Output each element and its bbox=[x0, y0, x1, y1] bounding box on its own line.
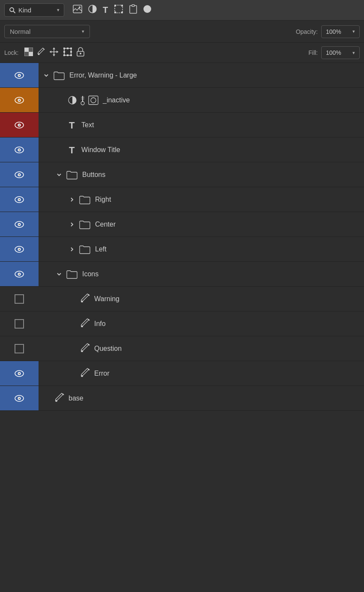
svg-rect-31 bbox=[67, 48, 69, 49]
expand-arrow[interactable] bbox=[69, 222, 75, 227]
eye-cell-error[interactable] bbox=[0, 361, 39, 386]
checkerboard-lock-icon[interactable] bbox=[24, 48, 33, 58]
layer-row-buttons[interactable]: Buttons bbox=[0, 162, 364, 187]
layer-row-inactive[interactable]: _inactive bbox=[0, 88, 364, 113]
fill-dropdown[interactable]: 100% ▾ bbox=[321, 46, 360, 59]
text-icon: T bbox=[68, 145, 77, 155]
svg-point-39 bbox=[19, 75, 20, 76]
layer-name-left: Left bbox=[95, 245, 107, 253]
text-type-icon[interactable]: T bbox=[103, 5, 108, 15]
eye-cell-inactive[interactable] bbox=[0, 88, 39, 112]
layer-type-icon-inactive bbox=[68, 95, 98, 105]
svg-line-1 bbox=[13, 11, 15, 13]
transform-lock-icon[interactable] bbox=[63, 47, 72, 59]
selection-icon[interactable] bbox=[114, 4, 123, 16]
svg-rect-15 bbox=[29, 48, 33, 52]
layer-row-error[interactable]: Error bbox=[0, 361, 364, 386]
layer-row-text[interactable]: T Text bbox=[0, 113, 364, 138]
svg-marker-24 bbox=[50, 51, 51, 53]
layer-row-error-warning-large[interactable]: Error, Warning - Large bbox=[0, 63, 364, 88]
svg-rect-47 bbox=[81, 99, 84, 99]
svg-point-56 bbox=[19, 149, 20, 150]
eye-icon bbox=[14, 96, 24, 104]
eye-cell-center[interactable] bbox=[0, 212, 39, 236]
svg-point-49 bbox=[91, 98, 96, 103]
opacity-label: Opacity: bbox=[296, 28, 318, 35]
svg-marker-25 bbox=[57, 51, 58, 53]
blend-arrow: ▾ bbox=[82, 29, 84, 34]
svg-rect-29 bbox=[63, 54, 65, 56]
layer-row-center[interactable]: Center bbox=[0, 212, 364, 237]
circle-fill-icon[interactable] bbox=[143, 5, 152, 15]
expand-arrow[interactable] bbox=[69, 197, 75, 202]
layer-row-left[interactable]: Left bbox=[0, 237, 364, 262]
image-icon[interactable] bbox=[73, 5, 82, 15]
brush-icon bbox=[55, 392, 64, 404]
svg-point-12 bbox=[143, 5, 151, 13]
eye-cell-left[interactable] bbox=[0, 237, 39, 261]
eye-cell-base[interactable] bbox=[0, 386, 39, 410]
thermometer-icon bbox=[79, 95, 87, 105]
svg-rect-28 bbox=[70, 48, 72, 49]
circle-half-small-icon bbox=[68, 96, 77, 105]
padlock-icon[interactable] bbox=[77, 47, 84, 59]
layer-content-info: Info bbox=[39, 318, 364, 330]
svg-rect-14 bbox=[29, 52, 33, 56]
layer-name-base: base bbox=[69, 395, 84, 402]
eye-cell-buttons[interactable] bbox=[0, 162, 39, 187]
eye-cell-info[interactable] bbox=[0, 311, 39, 336]
eye-icon bbox=[14, 270, 24, 278]
paintbrush-lock-icon[interactable] bbox=[37, 47, 45, 59]
kind-dropdown[interactable]: Kind ▾ bbox=[4, 3, 64, 17]
svg-point-52 bbox=[19, 124, 20, 126]
layer-row-base[interactable]: base bbox=[0, 386, 364, 411]
layer-row-right[interactable]: Right bbox=[0, 187, 364, 212]
layer-name-error: Error bbox=[94, 370, 110, 377]
svg-rect-33 bbox=[63, 51, 65, 53]
layer-row-icons[interactable]: Icons bbox=[0, 262, 364, 287]
eye-cell-error-warning-large[interactable] bbox=[0, 63, 39, 87]
layer-type-icon-center bbox=[79, 219, 91, 230]
eye-cell-right[interactable] bbox=[0, 187, 39, 212]
eye-cell-window-title[interactable] bbox=[0, 138, 39, 162]
collapse-arrow[interactable] bbox=[44, 73, 49, 78]
search-icon bbox=[9, 7, 16, 14]
layer-name-error-warning-large: Error, Warning - Large bbox=[69, 72, 137, 79]
layer-content-window-title: T Window Title bbox=[39, 145, 364, 155]
layer-name-center: Center bbox=[95, 221, 116, 228]
layer-row-warning[interactable]: Warning bbox=[0, 287, 364, 311]
collapse-arrow[interactable] bbox=[57, 172, 62, 177]
svg-point-63 bbox=[19, 199, 20, 200]
layer-name-inactive: _inactive bbox=[103, 96, 130, 104]
circle-half-icon[interactable] bbox=[88, 5, 97, 15]
collapse-arrow[interactable] bbox=[57, 272, 62, 277]
smart-filter-icon bbox=[88, 96, 98, 105]
layer-name-info: Info bbox=[94, 320, 106, 328]
svg-rect-26 bbox=[64, 48, 71, 55]
svg-point-18 bbox=[38, 53, 40, 55]
brush-icon bbox=[81, 368, 90, 380]
layer-row-info[interactable]: Info bbox=[0, 311, 364, 336]
blend-mode-dropdown[interactable]: Normal ▾ bbox=[4, 25, 90, 38]
layer-content-center: Center bbox=[39, 219, 364, 230]
opacity-value: 100% bbox=[326, 28, 350, 35]
eye-cell-warning[interactable] bbox=[0, 287, 39, 311]
eye-cell-text[interactable] bbox=[0, 113, 39, 137]
layer-content-right: Right bbox=[39, 194, 364, 205]
move-lock-icon[interactable] bbox=[49, 47, 59, 59]
layer-name-buttons: Buttons bbox=[82, 171, 105, 179]
opacity-dropdown[interactable]: 100% ▾ bbox=[321, 25, 360, 38]
clipboard-icon[interactable] bbox=[129, 4, 137, 16]
layers-list: Error, Warning - Large _inactive T bbox=[0, 63, 364, 411]
layer-row-window-title[interactable]: T Window Title bbox=[0, 138, 364, 162]
eye-cell-question[interactable] bbox=[0, 336, 39, 361]
visibility-square bbox=[15, 294, 24, 304]
svg-point-75 bbox=[81, 350, 83, 352]
brush-icon bbox=[81, 293, 90, 305]
fill-section: Fill: 100% ▾ bbox=[308, 46, 360, 59]
blend-mode-label: Normal bbox=[10, 28, 78, 35]
svg-point-69 bbox=[19, 248, 20, 250]
eye-cell-icons[interactable] bbox=[0, 262, 39, 286]
expand-arrow[interactable] bbox=[69, 247, 75, 252]
layer-row-question[interactable]: Question bbox=[0, 336, 364, 361]
